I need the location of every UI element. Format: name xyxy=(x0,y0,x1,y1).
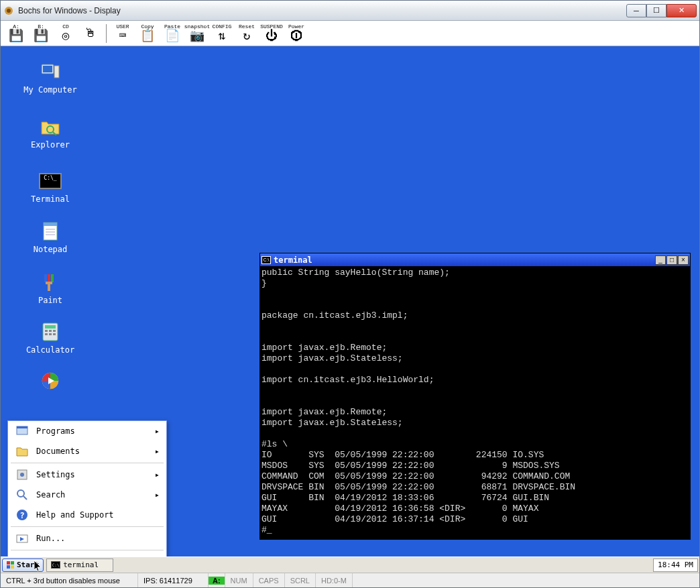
toolbar-label: Paste xyxy=(164,24,180,30)
svg-rect-5 xyxy=(45,325,56,329)
toolbar-a:[interactable]: A:💾 xyxy=(5,22,27,45)
terminal-window[interactable]: C:\ terminal _ □ × public String sayHell… xyxy=(259,253,691,540)
suspend-icon: ⏻ xyxy=(266,30,278,43)
svg-text:?: ? xyxy=(19,511,24,520)
desktop-icon-media[interactable] xyxy=(23,369,77,394)
toolbar-label: Power xyxy=(288,24,304,30)
start-menu-run[interactable]: Run... xyxy=(8,528,166,548)
desktop-icon-label: Notepad xyxy=(23,245,77,254)
desktop-icon-label: Explorer xyxy=(23,140,77,150)
toolbar-snapshot[interactable]: snapshot📷 xyxy=(186,22,209,45)
bochs-toolbar: A:💾B:💾CD◎🖱USER⌨Copy📋Paste📄snapshot📷CONFI… xyxy=(1,21,699,46)
svg-rect-7 xyxy=(49,330,52,332)
svg-rect-16 xyxy=(48,284,50,291)
media-icon xyxy=(23,369,77,393)
camera-icon: 📷 xyxy=(190,30,205,43)
documents-icon xyxy=(15,444,30,459)
svg-rect-40 xyxy=(7,561,10,565)
terminal-maximize-button[interactable]: □ xyxy=(666,255,677,265)
svg-line-32 xyxy=(23,496,27,499)
toolbar-b:[interactable]: B:💾 xyxy=(30,22,52,45)
taskbar-item-terminal[interactable]: C:\ terminal xyxy=(46,558,113,572)
svg-rect-18 xyxy=(44,223,57,226)
svg-rect-13 xyxy=(51,274,54,282)
desktop-icon-paint[interactable]: Paint xyxy=(23,270,77,305)
start-menu-documents[interactable]: Documents xyxy=(8,441,166,461)
start-menu-label: Run... xyxy=(36,534,65,543)
terminal-output: public String sayHello(String name); } p… xyxy=(260,266,690,539)
start-menu-settings[interactable]: Settings xyxy=(8,465,166,485)
minimize-button[interactable]: ─ xyxy=(626,4,646,17)
search-icon xyxy=(15,487,30,502)
toolbar-label: Copy xyxy=(141,24,154,30)
svg-rect-28 xyxy=(17,426,27,428)
taskbar-clock[interactable]: 18:44 PM xyxy=(653,558,698,572)
svg-rect-41 xyxy=(11,561,14,565)
floppy-icon: 💾 xyxy=(34,30,48,43)
desktop-icon-my-computer[interactable]: My Computer xyxy=(23,60,77,95)
terminal-icon: C:\ xyxy=(51,561,60,569)
toolbar-suspend[interactable]: SUSPEND⏻ xyxy=(260,22,283,45)
svg-point-30 xyxy=(20,473,24,477)
desktop-icon-label: Paint xyxy=(23,296,77,305)
toolbar-cd[interactable]: CD◎ xyxy=(54,22,77,45)
start-button[interactable]: Start xyxy=(2,558,44,572)
svg-rect-26 xyxy=(54,66,59,78)
paint-icon xyxy=(23,270,77,294)
status-ips: IPS: 61411729 xyxy=(138,573,209,587)
maximize-button[interactable]: ☐ xyxy=(646,4,666,17)
taskbar: Start C:\ terminal 18:44 PM xyxy=(1,556,699,573)
start-menu-search[interactable]: Search xyxy=(8,485,166,505)
toolbar-user[interactable]: USER⌨ xyxy=(111,22,134,45)
taskbar-item-label: terminal xyxy=(63,561,99,569)
run-icon xyxy=(15,531,30,546)
keyboard-icon: ⌨ xyxy=(119,30,127,43)
start-menu-label: Help and Support xyxy=(36,510,114,520)
window-title: Bochs for Windows - Display xyxy=(18,6,626,15)
desktop-icon-notepad[interactable]: Notepad xyxy=(23,219,77,254)
desktop-icon-terminal[interactable]: C:\_Terminal xyxy=(23,169,77,204)
close-button[interactable]: ✕ xyxy=(666,4,697,17)
desktop-icon-label: My Computer xyxy=(23,85,77,95)
toolbar-paste[interactable]: Paste📄 xyxy=(161,22,184,45)
copy-icon: 📋 xyxy=(140,30,155,43)
desktop-icon-explorer[interactable]: Explorer xyxy=(23,115,77,150)
status-caps: CAPS xyxy=(253,573,285,587)
terminal-icon: C:\ xyxy=(261,256,271,264)
toolbar-copy[interactable]: Copy📋 xyxy=(136,22,159,45)
help-icon: ? xyxy=(15,508,30,522)
desktop-icon-calculator[interactable]: Calculator xyxy=(23,320,77,355)
terminal-close-button[interactable]: × xyxy=(678,255,689,265)
svg-rect-42 xyxy=(7,565,10,569)
guest-desktop[interactable]: CalculatorPaintNotepadC:\_TerminalExplor… xyxy=(1,46,699,573)
start-menu[interactable]: ProgramsDocumentsSettingsSearch?Help and… xyxy=(7,420,167,573)
toolbar-label: CD xyxy=(62,24,69,30)
svg-rect-43 xyxy=(11,565,14,569)
toolbar-config[interactable]: CONFIG⇅ xyxy=(211,22,233,45)
programs-icon xyxy=(15,424,30,438)
start-menu-programs[interactable]: Programs xyxy=(8,421,166,441)
toolbar-reset[interactable]: Reset↻ xyxy=(235,22,258,45)
svg-rect-8 xyxy=(53,330,56,332)
toolbar-power[interactable]: Power⏼ xyxy=(285,22,308,45)
settings-icon xyxy=(15,467,30,482)
status-hd: HD:0-M xyxy=(316,573,353,587)
start-menu-help-and-support[interactable]: ?Help and Support xyxy=(8,505,166,525)
svg-point-31 xyxy=(17,490,24,497)
desktop-icon-label: Calculator xyxy=(23,345,77,355)
bochs-icon xyxy=(3,5,14,16)
cd-icon: ◎ xyxy=(62,30,70,43)
svg-rect-12 xyxy=(48,274,50,282)
status-mouse-hint: CTRL + 3rd button disables mouse xyxy=(1,573,138,587)
terminal-minimize-button[interactable]: _ xyxy=(655,255,666,265)
toolbar-mouse[interactable]: 🖱 xyxy=(79,22,102,45)
calculator-icon xyxy=(23,320,77,344)
desktop-icon-label: Terminal xyxy=(23,194,77,204)
outer-titlebar: Bochs for Windows - Display ─ ☐ ✕ xyxy=(1,1,699,21)
svg-rect-14 xyxy=(44,274,47,282)
start-menu-label: Settings xyxy=(36,470,75,479)
explorer-icon xyxy=(23,115,77,139)
terminal-icon: C:\_ xyxy=(23,169,77,193)
notepad-icon xyxy=(23,219,77,243)
terminal-titlebar[interactable]: C:\ terminal _ □ × xyxy=(260,253,690,266)
